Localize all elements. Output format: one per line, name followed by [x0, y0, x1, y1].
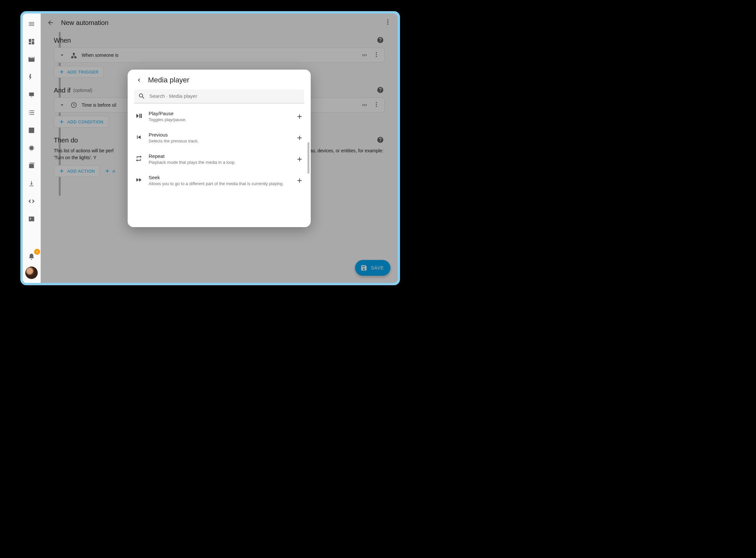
skip-previous-icon [134, 133, 144, 142]
code-icon[interactable] [25, 195, 38, 208]
option-desc: Playback mode that plays the media in a … [149, 159, 290, 166]
fast-forward-icon [134, 175, 144, 184]
option-seek[interactable]: Seek Allows you to go to a different par… [134, 170, 309, 192]
option-desc: Toggles play/pause. [149, 117, 290, 123]
dialog-back-button[interactable] [134, 76, 144, 85]
terminal-icon[interactable] [25, 212, 38, 226]
dialog-scrollbar[interactable] [308, 142, 309, 174]
search-input[interactable] [149, 93, 300, 99]
chip-icon[interactable] [25, 142, 38, 155]
list-icon[interactable] [25, 106, 38, 119]
media-icon[interactable] [25, 53, 38, 66]
option-title: Previous [149, 132, 290, 137]
repeat-icon [134, 154, 144, 163]
dialog-title: Media player [148, 76, 189, 84]
hamburger-menu-button[interactable] [25, 18, 38, 30]
add-icon[interactable] [295, 133, 304, 143]
notifications-button[interactable]: 1 [25, 250, 38, 263]
profile-icon[interactable] [25, 88, 38, 101]
search-box[interactable] [134, 89, 304, 103]
option-desc: Allows you to go to a different part of … [149, 181, 290, 187]
add-icon[interactable] [295, 176, 304, 185]
action-picker-dialog: Media player Play/Pause Toggles play/ [128, 70, 311, 227]
add-icon[interactable] [295, 155, 304, 164]
dialog-list: Play/Pause Toggles play/pause. Previous [134, 106, 309, 227]
sidebar: 1 [23, 14, 41, 283]
notification-badge: 1 [34, 249, 40, 255]
energy-icon[interactable] [25, 71, 38, 84]
search-icon [138, 93, 146, 100]
option-title: Seek [149, 175, 290, 180]
option-title: Play/Pause [149, 110, 290, 116]
option-repeat[interactable]: Repeat Playback mode that plays the medi… [134, 149, 309, 170]
option-play-pause[interactable]: Play/Pause Toggles play/pause. [134, 106, 309, 127]
option-previous[interactable]: Previous Selects the previous track. [134, 127, 309, 149]
dashboard-icon[interactable] [25, 35, 38, 48]
option-title: Repeat [149, 153, 290, 159]
option-desc: Selects the previous track. [149, 138, 290, 144]
avatar[interactable] [25, 267, 38, 279]
stats-icon[interactable] [25, 124, 38, 137]
video-library-icon[interactable] [25, 159, 38, 172]
download-icon[interactable] [25, 177, 38, 190]
play-pause-icon [134, 111, 144, 121]
main: New automation When [41, 14, 398, 283]
add-icon[interactable] [295, 112, 304, 121]
